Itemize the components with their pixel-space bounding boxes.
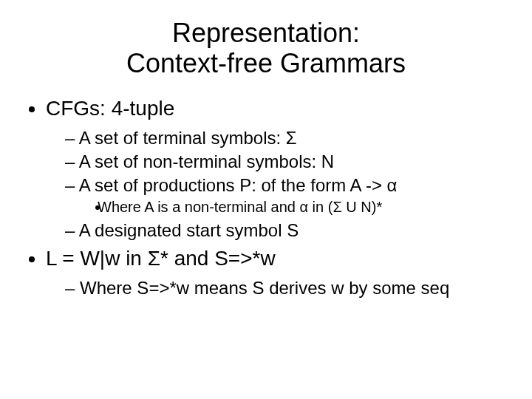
sub-productions-text: A set of productions P: of the form A ->… — [79, 175, 398, 195]
title-line-1: Representation: — [172, 18, 360, 48]
title-line-2: Context-free Grammars — [126, 48, 406, 78]
productions-sublist: Where A is a non-terminal and α in (Σ U … — [77, 199, 511, 216]
slide: Representation: Context-free Grammars CF… — [0, 0, 532, 399]
language-sublist: Where S=>*w means S derives w by some se… — [46, 278, 511, 299]
sub-start-symbol: A designated start symbol S — [65, 220, 511, 241]
sub-terminals: A set of terminal symbols: Σ — [65, 128, 511, 149]
bullet-cfgs-text: CFGs: 4-tuple — [46, 97, 174, 120]
sub-productions: A set of productions P: of the form A ->… — [65, 175, 511, 216]
sub-nonterminals: A set of non-terminal symbols: N — [65, 151, 511, 172]
cfgs-sublist: A set of terminal symbols: Σ A set of no… — [46, 128, 511, 241]
sub-language-where: Where S=>*w means S derives w by some se… — [65, 278, 511, 299]
bullet-list: CFGs: 4-tuple A set of terminal symbols:… — [21, 97, 511, 299]
slide-title: Representation: Context-free Grammars — [21, 18, 511, 79]
bullet-cfgs: CFGs: 4-tuple A set of terminal symbols:… — [46, 97, 511, 241]
bullet-language-text: L = W|w in Σ* and S=>*w — [46, 247, 276, 270]
bullet-language: L = W|w in Σ* and S=>*w Where S=>*w mean… — [46, 247, 511, 299]
sub-productions-where: Where A is a non-terminal and α in (Σ U … — [109, 199, 511, 216]
